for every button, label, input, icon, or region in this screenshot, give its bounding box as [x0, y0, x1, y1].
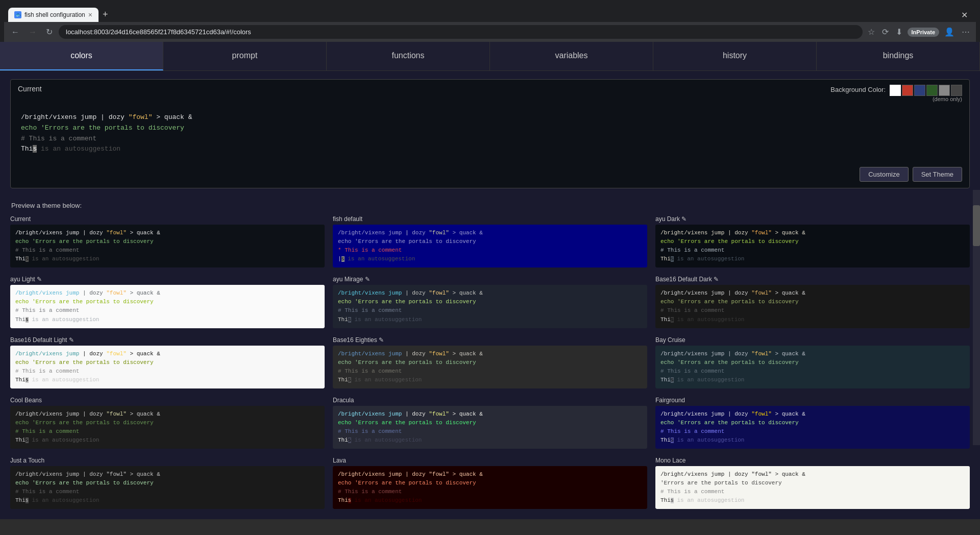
tab-bindings[interactable]: bindings	[817, 42, 980, 70]
color-swatches	[890, 85, 962, 96]
theme-card-fairground: Fairground /bright/vixens jump | dozy "f…	[655, 397, 970, 449]
color-swatch-white[interactable]	[890, 85, 901, 96]
profile-button[interactable]: 👤	[942, 25, 957, 39]
current-header: Current Background Color: (demo	[11, 80, 969, 107]
theme-name-base16-default-dark: Base16 Default Dark ✎	[655, 276, 970, 283]
theme-name-current: Current	[10, 215, 325, 223]
theme-name-ayu-mirage: ayu Mirage ✎	[333, 276, 647, 283]
theme-preview-fairground[interactable]: /bright/vixens jump | dozy "fowl" > quac…	[655, 406, 970, 449]
theme-name-fairground: Fairground	[655, 397, 970, 404]
tab-favicon: 🐟	[14, 11, 21, 18]
theme-card-bay-cruise: Bay Cruise /bright/vixens jump | dozy "f…	[655, 336, 970, 388]
customize-button[interactable]: Customize	[860, 167, 908, 182]
current-code-preview: /bright/vixens jump | dozy "fowl" > quac…	[11, 107, 969, 163]
themes-section: Preview a theme below: Current /bright/v…	[0, 197, 980, 519]
theme-preview-ayu-dark[interactable]: /bright/vixens jump | dozy "fowl" > quac…	[655, 225, 970, 268]
theme-preview-mono-lace[interactable]: /bright/vixens jump | dozy "fowl" > quac…	[655, 466, 970, 509]
tab-functions[interactable]: functions	[327, 42, 490, 70]
scrollbar-thumb[interactable]	[973, 205, 980, 246]
theme-name-cool-beans: Cool Beans	[10, 397, 325, 404]
theme-card-base16-eighties: Base16 Eighties ✎ /bright/vixens jump | …	[333, 336, 647, 388]
theme-name-just-a-touch: Just a Touch	[10, 457, 325, 464]
theme-preview-ayu-mirage[interactable]: /bright/vixens jump | dozy "fowl" > quac…	[333, 285, 647, 328]
theme-preview-just-a-touch[interactable]: /bright/vixens jump | dozy "fowl" > quac…	[10, 466, 325, 509]
theme-card-ayu-light: ayu Light ✎ /bright/vixens jump | dozy "…	[10, 276, 325, 328]
close-window-button[interactable]: ✕	[957, 8, 972, 22]
color-swatch-dark[interactable]	[951, 85, 962, 96]
tab-title: fish shell configuration	[24, 11, 85, 18]
theme-name-ayu-dark: ayu Dark ✎	[655, 215, 970, 223]
theme-preview-base16-default-dark[interactable]: /bright/vixens jump | dozy "fowl" > quac…	[655, 285, 970, 328]
theme-name-base16-eighties: Base16 Eighties ✎	[333, 336, 647, 344]
address-bar[interactable]	[59, 25, 863, 39]
color-swatch-gray[interactable]	[939, 85, 950, 96]
tab-history[interactable]: history	[653, 42, 817, 70]
theme-card-mono-lace: Mono Lace /bright/vixens jump | dozy "fo…	[655, 457, 970, 509]
scrollbar-track[interactable]	[973, 190, 980, 445]
bg-color-label: Background Color:	[830, 86, 886, 93]
code-line-3: # This is a comment	[21, 134, 959, 144]
nav-tabs: colors prompt functions variables histor…	[0, 42, 980, 71]
close-tab-icon[interactable]: ×	[88, 11, 92, 19]
preview-label: Preview a theme below:	[10, 202, 970, 209]
nav-actions: ☆ ⟳ ⬇ InPrivate 👤 ⋯	[866, 25, 972, 39]
set-theme-button[interactable]: Set Theme	[913, 167, 962, 182]
tab-colors[interactable]: colors	[0, 42, 163, 70]
color-swatch-red[interactable]	[902, 85, 913, 96]
theme-preview-cool-beans[interactable]: /bright/vixens jump | dozy "fowl" > quac…	[10, 406, 325, 449]
browser-nav: ← → ↻ ☆ ⟳ ⬇ InPrivate 👤 ⋯	[4, 22, 976, 42]
theme-card-cool-beans: Cool Beans /bright/vixens jump | dozy "f…	[10, 397, 325, 449]
theme-card-just-a-touch: Just a Touch /bright/vixens jump | dozy …	[10, 457, 325, 509]
bg-color-section: Background Color: (demo only)	[830, 85, 962, 104]
refresh-button[interactable]: ↻	[43, 25, 56, 39]
theme-card-lava: Lava /bright/vixens jump | dozy "fowl" >…	[333, 457, 647, 509]
code-line-1: /bright/vixens jump | dozy "fowl" > quac…	[21, 112, 959, 123]
theme-card-base16-default-dark: Base16 Default Dark ✎ /bright/vixens jum…	[655, 276, 970, 328]
download-button[interactable]: ⬇	[894, 25, 904, 39]
browser-tab[interactable]: 🐟 fish shell configuration ×	[8, 8, 99, 22]
inprivate-badge: InPrivate	[908, 28, 939, 37]
code-line-2: echo 'Errors are the portals to discover…	[21, 123, 959, 134]
new-tab-button[interactable]: +	[99, 7, 112, 22]
themes-grid: Current /bright/vixens jump | dozy "fowl…	[10, 215, 970, 509]
forward-button[interactable]: →	[26, 26, 40, 39]
theme-preview-bay-cruise[interactable]: /bright/vixens jump | dozy "fowl" > quac…	[655, 346, 970, 388]
refresh-action-button[interactable]: ⟳	[880, 25, 891, 39]
theme-card-current: Current /bright/vixens jump | dozy "fowl…	[10, 215, 325, 268]
theme-name-bay-cruise: Bay Cruise	[655, 336, 970, 344]
theme-name-lava: Lava	[333, 457, 647, 464]
favorites-button[interactable]: ☆	[866, 25, 877, 39]
bg-color-sublabel: (demo only)	[933, 96, 962, 102]
theme-preview-dracula[interactable]: /bright/vixens jump | dozy "fowl" > quac…	[333, 406, 647, 449]
theme-card-fish-default: fish default /bright/vixens jump | dozy …	[333, 215, 647, 268]
current-panel: Current Background Color: (demo	[10, 79, 970, 188]
theme-card-base16-default-light: Base16 Default Light ✎ /bright/vixens ju…	[10, 336, 325, 388]
theme-name-mono-lace: Mono Lace	[655, 457, 970, 464]
theme-name-fish-default: fish default	[333, 215, 647, 223]
color-swatch-navy[interactable]	[914, 85, 925, 96]
browser-chrome: 🐟 fish shell configuration × + ✕ ← → ↻ ☆…	[0, 0, 980, 42]
theme-card-ayu-dark: ayu Dark ✎ /bright/vixens jump | dozy "f…	[655, 215, 970, 268]
theme-preview-fish-default[interactable]: /bright/vixens jump | dozy "fowl" > quac…	[333, 225, 647, 268]
settings-button[interactable]: ⋯	[960, 25, 972, 39]
theme-preview-base16-default-light[interactable]: /bright/vixens jump | dozy "fowl" > quac…	[10, 346, 325, 388]
theme-name-ayu-light: ayu Light ✎	[10, 276, 325, 283]
current-title: Current	[18, 85, 42, 93]
theme-name-dracula: Dracula	[333, 397, 647, 404]
theme-card-ayu-mirage: ayu Mirage ✎ /bright/vixens jump | dozy …	[333, 276, 647, 328]
tab-variables[interactable]: variables	[490, 42, 653, 70]
code-line-4: This is an autosuggestion	[21, 144, 959, 155]
theme-preview-current[interactable]: /bright/vixens jump | dozy "fowl" > quac…	[10, 225, 325, 268]
app-main: colors prompt functions variables histor…	[0, 42, 980, 519]
theme-preview-ayu-light[interactable]: /bright/vixens jump | dozy "fowl" > quac…	[10, 285, 325, 328]
theme-card-dracula: Dracula /bright/vixens jump | dozy "fowl…	[333, 397, 647, 449]
tab-prompt[interactable]: prompt	[163, 42, 327, 70]
theme-preview-base16-eighties[interactable]: /bright/vixens jump | dozy "fowl" > quac…	[333, 346, 647, 388]
color-swatch-dark-green[interactable]	[926, 85, 938, 96]
theme-preview-lava[interactable]: /bright/vixens jump | dozy "fowl" > quac…	[333, 466, 647, 509]
theme-name-base16-default-light: Base16 Default Light ✎	[10, 336, 325, 344]
action-buttons: Customize Set Theme	[11, 163, 969, 188]
back-button[interactable]: ←	[8, 26, 22, 39]
current-section: Current Background Color: (demo	[0, 71, 980, 197]
